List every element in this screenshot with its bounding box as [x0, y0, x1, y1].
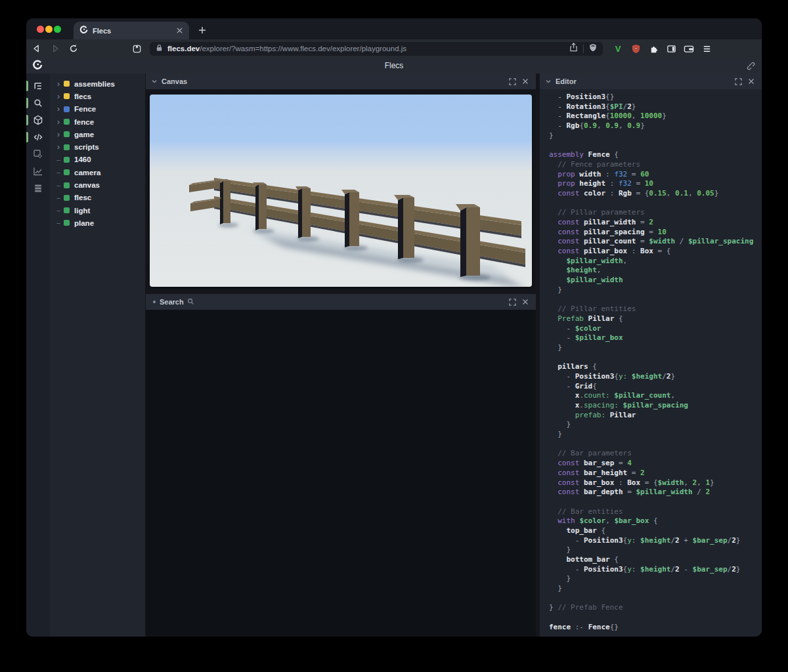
- code-line: }: [549, 430, 762, 440]
- entity-color-square: [64, 195, 70, 201]
- menu-icon[interactable]: [701, 43, 712, 54]
- back-button[interactable]: [29, 41, 45, 56]
- sidebar-code-icon[interactable]: [26, 129, 50, 146]
- tree-item-plane[interactable]: –plane: [50, 217, 145, 229]
- code-line: assembly Fence {: [549, 150, 762, 160]
- tab-bar: Flecs: [26, 18, 762, 39]
- url-path: /explorer/?wasm=https://www.flecs.dev/ex…: [200, 45, 406, 52]
- sidebar-toggle-icon[interactable]: [665, 43, 677, 54]
- sidebar-chart-icon[interactable]: [26, 163, 50, 180]
- close-panel-icon[interactable]: [746, 76, 756, 87]
- close-panel-icon[interactable]: [520, 297, 531, 307]
- code-line: }: [549, 343, 762, 353]
- brave-shield-icon[interactable]: [589, 43, 597, 54]
- sidebar-storage-icon[interactable]: [26, 180, 50, 197]
- code-line: [549, 613, 762, 623]
- zoom-window-button[interactable]: [54, 26, 61, 33]
- code-line: } // Prefab Fence: [549, 603, 762, 613]
- tree-item-game[interactable]: ›game: [50, 128, 145, 140]
- extension-cluster: V: [612, 43, 712, 54]
- code-line: }: [549, 545, 762, 555]
- tree-item-Fence[interactable]: ›Fence: [50, 103, 145, 116]
- fullscreen-icon[interactable]: [507, 297, 517, 307]
- expand-chevron-icon[interactable]: ›: [55, 81, 62, 87]
- active-indicator: [26, 132, 28, 142]
- close-panel-icon[interactable]: [520, 76, 531, 87]
- sidebar-search-icon[interactable]: [26, 94, 50, 112]
- tree-item-flesc[interactable]: –flesc: [50, 192, 145, 204]
- editor-panel-header: Editor: [540, 74, 762, 89]
- entity-color-square: [64, 106, 70, 112]
- code-line: const bar_sep = 4: [549, 459, 762, 469]
- expand-chevron-icon[interactable]: ›: [55, 131, 62, 138]
- code-line: $pillar_width: [549, 276, 762, 285]
- fullscreen-icon[interactable]: [507, 76, 517, 87]
- leaf-dash-icon: –: [55, 207, 62, 214]
- tree-item-canvas[interactable]: –canvas: [50, 178, 145, 191]
- code-line: with $color, $bar_box {: [549, 516, 762, 526]
- expand-chevron-icon[interactable]: ›: [55, 93, 62, 100]
- chevron-down-icon[interactable]: [151, 78, 158, 85]
- close-window-button[interactable]: [37, 26, 44, 33]
- code-line: }: [549, 131, 762, 141]
- collapsed-bullet-icon[interactable]: [153, 301, 156, 303]
- active-indicator: [26, 98, 28, 108]
- tree-item-camera[interactable]: –camera: [50, 166, 145, 178]
- expand-chevron-icon[interactable]: ›: [55, 106, 62, 112]
- code-line: [549, 440, 762, 450]
- expand-chevron-icon[interactable]: ›: [55, 119, 62, 125]
- leaf-dash-icon: –: [55, 219, 62, 226]
- reload-button[interactable]: [66, 41, 81, 56]
- v-extension-icon[interactable]: V: [612, 43, 624, 54]
- code-line: }: [549, 584, 762, 594]
- tree-item-fence[interactable]: ›fence: [50, 116, 145, 128]
- tree-item-assemblies[interactable]: ›assemblies: [50, 77, 145, 90]
- tree-item-flecs[interactable]: ›flecs: [50, 90, 145, 102]
- extensions-puzzle-icon[interactable]: [647, 43, 659, 54]
- 3d-viewport[interactable]: [150, 94, 532, 287]
- tree-item-label: Fence: [74, 105, 96, 113]
- entity-color-square: [64, 157, 70, 163]
- browser-tab[interactable]: Flecs: [74, 22, 189, 39]
- code-line: const bar_box : Box = {$width, 2, 1}: [549, 478, 762, 488]
- fullscreen-icon[interactable]: [733, 76, 743, 87]
- app-header: Flecs: [26, 58, 762, 74]
- share-icon[interactable]: [569, 43, 578, 54]
- leaf-dash-icon: –: [55, 156, 62, 163]
- entity-color-square: [64, 220, 70, 226]
- page-title: Flecs: [26, 61, 762, 70]
- chevron-down-icon[interactable]: [545, 78, 552, 85]
- new-tab-button[interactable]: [196, 24, 209, 37]
- share-link-icon[interactable]: [747, 61, 755, 73]
- entity-color-square: [64, 144, 70, 150]
- minimize-window-button[interactable]: [45, 26, 53, 33]
- code-editor[interactable]: - Position3{} - Rotation3{$PI/2} - Recta…: [540, 89, 762, 637]
- sidebar-cube-icon[interactable]: [26, 112, 50, 129]
- code-line: const bar_height = 2: [549, 469, 762, 478]
- entity-tree-panel: ›assemblies›flecs›Fence›fence›game›scrip…: [50, 74, 145, 637]
- editor-column: Editor - Position3{} - Rotation3{$PI/2} …: [540, 74, 762, 637]
- expand-chevron-icon[interactable]: ›: [55, 144, 62, 150]
- tree-item-label: 1460: [74, 156, 91, 163]
- sidebar-tree-icon[interactable]: [26, 77, 50, 94]
- url-bar[interactable]: flecs.dev/explorer/?wasm=https://www.fle…: [150, 42, 603, 56]
- forward-button[interactable]: [47, 41, 63, 56]
- tree-item-label: canvas: [74, 181, 100, 189]
- canvas-panel-header: Canvas: [146, 74, 536, 89]
- lock-icon: [156, 43, 163, 54]
- code-line: // Pillar parameters: [549, 208, 762, 218]
- sidebar-inspect-icon[interactable]: [26, 146, 50, 163]
- bookmarks-icon[interactable]: [129, 41, 144, 56]
- wallet-icon[interactable]: [683, 43, 695, 54]
- tree-item-scripts[interactable]: ›scripts: [50, 140, 145, 153]
- adguard-extension-icon[interactable]: [630, 43, 642, 54]
- code-line: const pillar_count = $width / $pillar_sp…: [549, 237, 762, 247]
- search-panel-body[interactable]: [146, 310, 536, 637]
- leaf-dash-icon: –: [55, 169, 62, 176]
- code-line: - Position3{y: $height/2 + $bar_sep/2}: [549, 536, 762, 546]
- tree-item-light[interactable]: –light: [50, 204, 145, 217]
- tab-close-icon[interactable]: [175, 26, 184, 35]
- code-line: }: [549, 574, 762, 584]
- tree-item-1460[interactable]: –1460: [50, 154, 145, 166]
- code-line: - $color: [549, 324, 762, 334]
